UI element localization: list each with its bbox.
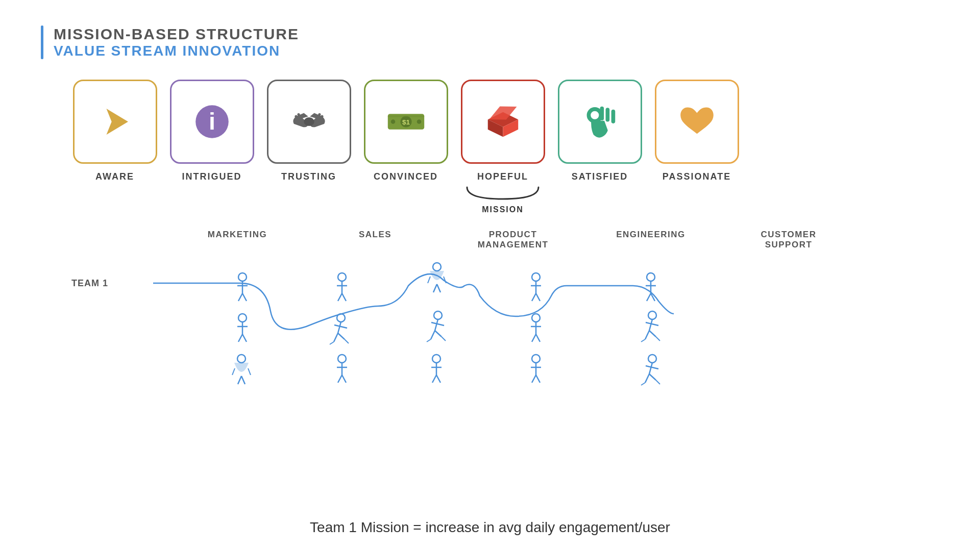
svg-line-41 xyxy=(342,293,346,301)
person-support-1 xyxy=(646,273,656,301)
stage-label-convinced: CONVINCED xyxy=(374,171,438,182)
flow-curve xyxy=(153,274,674,330)
svg-line-85 xyxy=(536,375,540,383)
svg-line-70 xyxy=(436,375,440,383)
svg-line-79 xyxy=(532,334,536,342)
stage-hopeful: HOPEFUL MISSION xyxy=(459,80,546,214)
svg-line-55 xyxy=(433,284,437,292)
person-marketing-1 xyxy=(237,273,248,301)
svg-line-63 xyxy=(435,331,442,337)
svg-line-74 xyxy=(532,293,536,301)
stage-box-satisfied xyxy=(558,80,642,164)
dept-product: PRODUCT MANAGEMENT xyxy=(444,230,582,250)
intrigued-icon: i xyxy=(172,81,253,162)
svg-line-80 xyxy=(536,334,540,342)
person-sales-1 xyxy=(337,273,347,301)
svg-line-94 xyxy=(645,331,649,339)
convinced-icon: $1 xyxy=(365,81,447,162)
dept-sales-label: SALES xyxy=(359,230,391,239)
svg-point-42 xyxy=(337,314,345,322)
satisfied-icon xyxy=(559,81,641,162)
svg-text:$1: $1 xyxy=(402,118,410,126)
stage-label-passionate: PASSIONATE xyxy=(663,171,731,182)
bottom-caption-text: Team 1 Mission = increase in avg daily e… xyxy=(310,519,670,535)
svg-line-64 xyxy=(427,339,431,342)
svg-point-32 xyxy=(237,355,246,363)
svg-line-103 xyxy=(641,383,645,385)
hopeful-icon xyxy=(462,81,544,162)
svg-line-44 xyxy=(334,325,347,328)
svg-line-104 xyxy=(656,380,660,384)
dept-marketing-label: MARKETING xyxy=(208,230,267,239)
page-container: MISSION-BASED STRUCTURE VALUE STREAM INN… xyxy=(0,0,980,551)
svg-rect-21 xyxy=(611,110,615,123)
svg-line-92 xyxy=(649,319,652,331)
svg-point-3 xyxy=(304,117,314,126)
svg-line-48 xyxy=(345,339,349,343)
svg-point-86 xyxy=(647,273,655,281)
svg-line-93 xyxy=(646,322,658,325)
stage-box-intrigued: i xyxy=(170,80,254,164)
svg-line-36 xyxy=(248,368,251,375)
svg-line-96 xyxy=(641,339,645,342)
svg-line-52 xyxy=(338,375,342,383)
svg-line-43 xyxy=(338,322,341,333)
dept-engineering: ENGINEERING xyxy=(582,230,720,250)
dept-labels-row: MARKETING SALES PRODUCT MANAGEMENT ENGIN… xyxy=(168,230,857,250)
person-support-2 xyxy=(641,311,660,342)
svg-point-91 xyxy=(648,311,656,319)
svg-line-25 xyxy=(238,293,242,301)
svg-point-71 xyxy=(532,273,540,281)
svg-line-99 xyxy=(649,363,652,374)
svg-rect-20 xyxy=(605,108,609,121)
svg-point-18 xyxy=(589,109,601,121)
svg-line-95 xyxy=(649,331,656,337)
stage-aware: AWARE xyxy=(71,80,158,182)
mission-area: MISSION xyxy=(462,185,544,214)
stage-box-trusting xyxy=(267,80,351,164)
svg-point-54 xyxy=(433,263,441,271)
person-support-3 xyxy=(641,355,660,385)
dept-customer-support-label: CUSTOMER SUPPORT xyxy=(761,230,817,249)
diagram-svg xyxy=(71,255,863,413)
svg-marker-0 xyxy=(106,109,128,135)
svg-line-84 xyxy=(532,375,536,383)
stage-box-hopeful xyxy=(461,80,545,164)
svg-line-75 xyxy=(536,293,540,301)
diagram-area: MARKETING SALES PRODUCT MANAGEMENT ENGIN… xyxy=(71,230,863,413)
svg-line-30 xyxy=(238,334,242,342)
svg-point-81 xyxy=(532,355,540,363)
svg-point-59 xyxy=(434,311,442,319)
stage-satisfied: SATISFIED xyxy=(556,80,643,182)
svg-line-62 xyxy=(431,331,435,339)
svg-point-27 xyxy=(238,314,247,322)
svg-line-101 xyxy=(645,374,649,383)
svg-line-40 xyxy=(338,293,342,301)
page-title: MISSION-BASED STRUCTURE xyxy=(54,26,299,43)
person-sales-3 xyxy=(337,355,347,383)
svg-point-12 xyxy=(416,119,421,124)
svg-point-66 xyxy=(432,355,440,363)
stage-label-hopeful: HOPEFUL xyxy=(477,171,528,182)
stage-passionate: PASSIONATE xyxy=(653,80,740,182)
stage-box-passionate xyxy=(655,80,739,164)
svg-line-57 xyxy=(428,277,430,283)
svg-point-98 xyxy=(648,355,656,363)
svg-line-53 xyxy=(342,375,346,383)
header: MISSION-BASED STRUCTURE VALUE STREAM INN… xyxy=(41,26,939,59)
svg-point-76 xyxy=(532,314,540,322)
dept-product-label: PRODUCT MANAGEMENT xyxy=(478,230,549,249)
svg-line-60 xyxy=(435,319,438,331)
svg-line-61 xyxy=(431,322,444,325)
svg-point-37 xyxy=(338,273,346,281)
mission-label: MISSION xyxy=(482,205,524,214)
svg-line-34 xyxy=(241,376,245,384)
person-engineering-1 xyxy=(531,273,541,301)
stage-label-aware: AWARE xyxy=(95,171,134,182)
svg-point-49 xyxy=(338,355,346,363)
svg-line-35 xyxy=(232,368,235,375)
stage-convinced: $1 CONVINCED xyxy=(362,80,449,182)
aware-icon xyxy=(75,81,156,162)
dept-customer-support: CUSTOMER SUPPORT xyxy=(720,230,857,250)
stage-box-aware xyxy=(73,80,157,164)
